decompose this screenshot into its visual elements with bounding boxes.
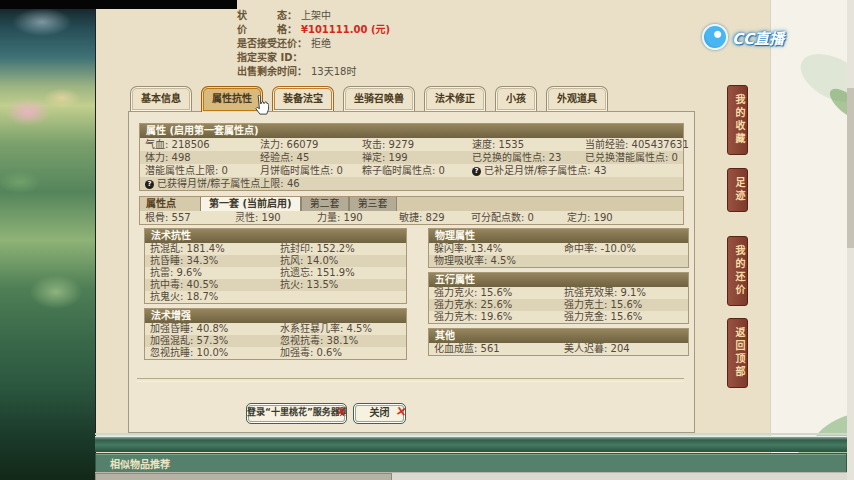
tab[interactable]: 外观道具 <box>546 86 608 111</box>
attribute-points-tab[interactable]: 第一套 (当前启用) <box>200 197 301 211</box>
sale-info-value: 上架中 <box>301 9 331 23</box>
other-stats-box: 其他 化血成蓝: 561 美人迟暮: 204 <box>428 328 689 356</box>
stat-cell: 潜能属性点上限: 0 <box>145 164 260 177</box>
sale-info-row: 价 格： ¥101111.00 (元) <box>237 23 390 37</box>
sidebar-tab-label: 返回顶部 <box>734 327 745 379</box>
stat-row: 躲闪率: 13.4% 命中率: -10.0% <box>429 243 688 255</box>
green-divider-bar <box>95 436 847 452</box>
stat-cell: 抗昏睡: 34.3% <box>150 255 280 267</box>
tab-label: 装备法宝 <box>283 93 323 104</box>
stat-row: 加强昏睡: 40.8% 水系狂暴几率: 4.5% <box>145 323 406 335</box>
stat-cell: 强力克金: 15.6% <box>564 311 688 323</box>
stat-cell <box>472 177 585 190</box>
sale-info-value: 拒绝 <box>311 37 331 51</box>
tab-label: 属性抗性 <box>212 93 252 104</box>
stat-cell: 加强昏睡: 40.8% <box>150 323 280 335</box>
sidebar-tab[interactable]: 我的还价 <box>727 236 748 306</box>
tab[interactable]: 法术修正 <box>424 86 486 111</box>
box-title: 物理属性 <box>429 229 688 243</box>
stat-row: 忽视抗睡: 10.0% 加强毒: 0.6% <box>145 347 406 359</box>
stat-cell: 忽视抗睡: 10.0% <box>150 347 280 359</box>
stat-cell: 禅定: 199 <box>362 151 472 164</box>
top-black-strip <box>0 0 237 9</box>
sidebar-tab[interactable]: 返回顶部 <box>727 318 748 388</box>
character-detail-panel: 属性 (启用第一套属性点) 气血: 218506 法力: 66079 攻击: 9… <box>128 111 695 433</box>
horizontal-scrollbar[interactable] <box>95 472 854 480</box>
attribute-points-tab[interactable]: 第二套 <box>301 197 349 211</box>
stat-cell: 强力克火: 15.6% <box>434 287 564 299</box>
sidebar-tab[interactable]: 我的收藏 <box>727 85 748 155</box>
stat-cell: 抗风: 14.0% <box>280 255 406 267</box>
stat-cell: 抗雷: 9.6% <box>150 267 280 279</box>
tab[interactable]: 坐骑召唤兽 <box>343 86 415 111</box>
attributes-row: 体力: 498 经验点: 45 禅定: 199 已兑换的属性点: 23 已兑换潜… <box>140 151 683 164</box>
help-icon[interactable]: ? <box>145 180 154 189</box>
sale-info-label: 状 态： <box>237 9 297 23</box>
stat-cell: 力量: 190 <box>317 211 399 224</box>
stat-cell: 水系狂暴几率: 4.5% <box>280 323 406 335</box>
stat-cell: 已兑换潜能属性点: 0 <box>585 151 683 164</box>
box-title: 五行属性 <box>429 273 688 287</box>
stat-rows: 强力克火: 15.6% 抗强克效果: 9.1% 强力克水: 25.6% 强力克土… <box>429 287 688 323</box>
stat-cell <box>564 255 688 267</box>
stat-row: 加强混乱: 57.3% 忽视抗毒: 38.1% <box>145 335 406 347</box>
stat-row: 抗混乱: 181.4% 抗封印: 152.2% <box>145 243 406 255</box>
box-title: 法术抗性 <box>145 229 406 243</box>
stat-cell: 美人迟暮: 204 <box>564 343 688 355</box>
stat-cell <box>260 177 362 190</box>
stat-cell: 法力: 66079 <box>260 138 362 151</box>
stat-cell: 抗鬼火: 18.7% <box>150 291 280 303</box>
stat-cell: 经验点: 45 <box>260 151 362 164</box>
game-art-background <box>0 0 96 480</box>
h-scrollbar-thumb[interactable] <box>95 473 392 480</box>
stat-row: 抗雷: 9.6% 抗遗忘: 151.9% <box>145 267 406 279</box>
attributes-box-title: 属性 (启用第一套属性点) <box>140 124 683 138</box>
tab[interactable]: 装备法宝 <box>272 86 334 111</box>
stat-cell: 忽视抗毒: 38.1% <box>280 335 406 347</box>
similar-items-bar: 相似物品推荐 <box>95 453 847 473</box>
stat-cell <box>585 164 683 177</box>
stat-cell <box>362 177 472 190</box>
tab[interactable]: 基本信息 <box>130 86 192 111</box>
stat-cell: 已兑换的属性点: 23 <box>472 151 585 164</box>
tab[interactable]: 小孩 <box>495 86 537 111</box>
attribute-points-values: 根骨: 557灵性: 190力量: 190敏捷: 829可分配点数: 0定力: … <box>140 211 683 224</box>
attribute-points-header: 属性点 第一套 (当前启用) 第二套 第三套 <box>140 197 683 211</box>
divider <box>137 378 684 382</box>
vertical-scrollbar[interactable] <box>847 0 854 480</box>
stat-cell: 抗遗忘: 151.9% <box>280 267 406 279</box>
stat-cell: 抗混乱: 181.4% <box>150 243 280 255</box>
stat-row: 强力克木: 19.6% 强力克金: 15.6% <box>429 311 688 323</box>
tab-bar: 基本信息 属性抗性 装备法宝 坐骑召唤兽 法术修正 小孩 外观道具 <box>130 86 608 112</box>
stat-cell: 强力克水: 25.6% <box>434 299 564 311</box>
stat-cell: 抗中毒: 40.5% <box>150 279 280 291</box>
login-buy-button[interactable]: 登录“十里桃花”服务器购买 <box>246 403 347 424</box>
stat-row: 抗中毒: 40.5% 抗火: 13.5% <box>145 279 406 291</box>
stat-cell: 强力克土: 15.6% <box>564 299 688 311</box>
v-scrollbar-thumb[interactable] <box>847 88 854 248</box>
sale-info-label: 出售剩余时间： <box>237 65 307 79</box>
stat-cell: 命中率: -10.0% <box>564 243 688 255</box>
stat-row: 抗鬼火: 18.7% <box>145 291 406 303</box>
stat-cell: 当前经验: 405437631 <box>585 138 689 151</box>
help-icon[interactable]: ? <box>472 167 481 176</box>
spell-resist-box: 法术抗性 抗混乱: 181.4% 抗封印: 152.2% 抗昏睡: 34.3% … <box>144 228 407 304</box>
box-title: 其他 <box>429 329 688 343</box>
sidebar-tab-label: 我的收藏 <box>734 94 745 146</box>
stat-cell: 可分配点数: 0 <box>471 211 567 224</box>
tab-label: 外观道具 <box>557 93 597 104</box>
cursor-hand-icon <box>253 95 269 120</box>
sale-info-row: 是否接受还价： 拒绝 <box>237 37 390 51</box>
sidebar-tab[interactable]: 足迹 <box>727 168 748 212</box>
attribute-points-tab[interactable]: 第三套 <box>349 197 397 211</box>
stat-rows: 抗混乱: 181.4% 抗封印: 152.2% 抗昏睡: 34.3% 抗风: 1… <box>145 243 406 303</box>
stat-row: 物理吸收率: 4.5% <box>429 255 688 267</box>
attribute-points-box: 属性点 第一套 (当前启用) 第二套 第三套 <box>139 196 684 225</box>
stat-cell <box>585 177 683 190</box>
sidebar-tab-label: 我的还价 <box>734 245 745 297</box>
stat-cell: 体力: 498 <box>145 151 260 164</box>
attributes-box: 属性 (启用第一套属性点) 气血: 218506 法力: 66079 攻击: 9… <box>139 123 684 191</box>
sale-info-label: 是否接受还价： <box>237 37 307 51</box>
stat-row: 抗昏睡: 34.3% 抗风: 14.0% <box>145 255 406 267</box>
tab-label: 小孩 <box>506 93 526 104</box>
